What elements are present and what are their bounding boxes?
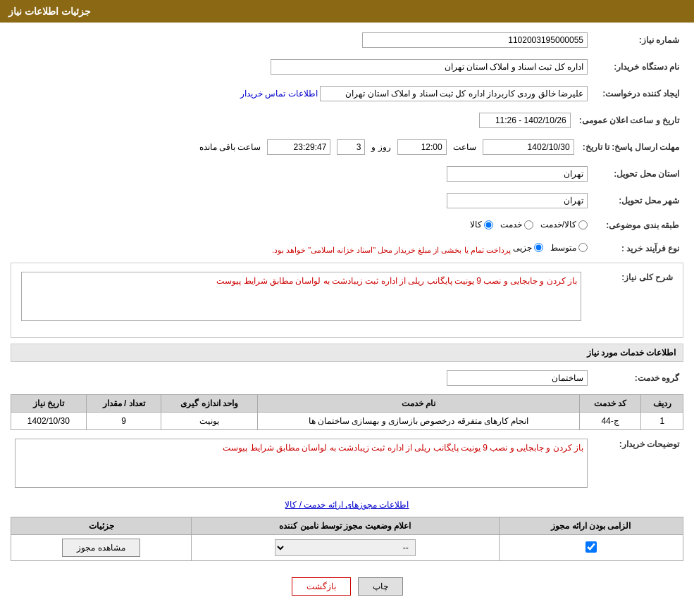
process-label: نوع فرآیند خرید : (592, 240, 683, 258)
city-label: شهر محل تحویل: (592, 190, 683, 211)
cell-service-name: انجام کارهای متفرقه درخصوص بازسازی و بهس… (258, 413, 580, 430)
process-motavasset-item: متوسط (550, 243, 588, 253)
process-motavasset-radio[interactable] (578, 243, 588, 252)
creator-label: ایجاد کننده درخواست: (592, 83, 683, 104)
service-group-row: گروه خدمت: (11, 367, 683, 389)
col-license-required: الزامی بودن ارائه مجوز (499, 517, 683, 535)
licenses-section-header: اطلاعات مجوزهای ارائه خدمت / کالا (11, 500, 683, 510)
process-jozvi-radio[interactable] (534, 243, 543, 252)
process-jozvi-label: جزیی (513, 243, 532, 253)
buyer-org-label: نام دستگاه خریدار: (592, 56, 683, 77)
category-label: طبقه بندی موضوعی: (592, 217, 683, 234)
buyer-org-row: نام دستگاه خریدار: (11, 56, 683, 77)
col-unit: واحد اندازه گیری (161, 395, 258, 413)
category-khadamat-radio[interactable] (524, 220, 533, 230)
city-row: شهر محل تحویل: (11, 190, 683, 211)
license-status-select[interactable]: -- (275, 539, 416, 556)
services-section-label: اطلاعات خدمات مورد نیاز (587, 348, 676, 358)
cell-need-date: 1402/10/30 (11, 413, 87, 430)
need-number-label: شماره نیاز: (592, 30, 683, 51)
category-kala-khadamat-item: کالا/خدمت (540, 220, 588, 230)
view-license-button[interactable]: مشاهده مجوز (62, 539, 140, 557)
response-deadline-label: مهلت ارسال پاسخ: تا تاریخ: (578, 137, 683, 158)
cell-service-code: ج-44 (579, 413, 641, 430)
city-input[interactable] (447, 193, 588, 208)
page-header: جزئیات اطلاعات نیاز (0, 0, 694, 23)
license-details-cell: مشاهده مجوز (11, 535, 192, 561)
table-row: 1 ج-44 انجام کارهای متفرقه درخصوص بازساز… (11, 413, 683, 430)
buyer-desc-textarea[interactable]: باز کردن و جابجایی و نصب 9 یونیت پایگانب… (15, 439, 588, 488)
page-title: جزئیات اطلاعات نیاز (8, 6, 91, 17)
service-group-label: گروه خدمت: (592, 367, 683, 389)
cell-unit: یونیت (161, 413, 258, 430)
col-service-name: نام خدمت (258, 395, 580, 413)
announce-date-row: تاریخ و ساعت اعلان عمومی: (11, 110, 683, 131)
services-table: ردیف کد خدمت نام خدمت واحد اندازه گیری ت… (11, 394, 683, 430)
col-row-num: ردیف (641, 395, 683, 413)
need-number-row: شماره نیاز: (11, 30, 683, 51)
province-input[interactable] (447, 166, 588, 182)
response-days-label: روز و (371, 142, 390, 152)
main-content: شماره نیاز: نام دستگاه خریدار: ایجاد کنن… (0, 23, 694, 613)
footer-buttons: چاپ بازگشت (11, 567, 683, 606)
category-kala-khadamat-label: کالا/خدمت (540, 220, 576, 230)
category-khadamat-label: خدمت (500, 220, 522, 230)
category-khadamat-item: خدمت (500, 220, 533, 230)
response-date-input[interactable] (483, 139, 574, 155)
category-radio-group: کالا/خدمت خدمت کالا (470, 220, 588, 230)
province-row: استان محل تحویل: (11, 163, 683, 184)
contact-link[interactable]: اطلاعات تماس خریدار (240, 89, 318, 99)
category-row: طبقه بندی موضوعی: کالا/خدمت خدمت (11, 217, 683, 234)
category-kala-label: کالا (470, 220, 482, 230)
back-button[interactable]: بازگشت (292, 577, 351, 596)
response-days-input[interactable] (337, 139, 365, 155)
need-desc-textarea[interactable]: باز کردن و جابجایی و نصب 9 یونیت پایگانب… (21, 272, 581, 321)
response-remaining-label: ساعت باقی مانده (199, 142, 261, 152)
page-wrapper: جزئیات اطلاعات نیاز شماره نیاز: نام دستگ… (0, 0, 694, 616)
category-kala-radio[interactable] (484, 220, 493, 230)
cell-quantity: 9 (86, 413, 161, 430)
buyer-org-input[interactable] (271, 59, 588, 75)
license-required-checkbox[interactable] (585, 541, 597, 553)
process-radio-group: متوسط جزیی (513, 243, 588, 253)
cell-row-num: 1 (641, 413, 683, 430)
col-license-status: اعلام وضعیت مجوز توسط نامین کننده (192, 517, 499, 535)
licenses-table: الزامی بودن ارائه مجوز اعلام وضعیت مجوز … (11, 517, 683, 561)
need-number-input[interactable] (362, 32, 588, 48)
creator-input[interactable] (320, 86, 588, 101)
col-license-details: جزئیات (11, 517, 192, 535)
need-desc-table: شرح کلی نیاز: باز کردن و جابجایی و نصب 9… (17, 269, 677, 326)
category-kala-item: کالا (470, 220, 493, 230)
response-deadline-row: مهلت ارسال پاسخ: تا تاریخ: ساعت روز و سا… (11, 137, 683, 158)
licenses-section-link[interactable]: اطلاعات مجوزهای ارائه خدمت / کالا (285, 500, 409, 510)
col-need-date: تاریخ نیاز (11, 395, 87, 413)
print-button[interactable]: چاپ (358, 577, 403, 596)
creator-row: ایجاد کننده درخواست: اطلاعات تماس خریدار (11, 83, 683, 104)
col-quantity: تعداد / مقدار (86, 395, 161, 413)
license-row: -- مشاهده مجوز (11, 535, 683, 561)
license-required-cell (499, 535, 683, 561)
category-kala-khadamat-radio[interactable] (578, 220, 588, 230)
process-note: پرداخت تمام یا بخشی از مبلغ خریدار محل "… (272, 245, 511, 253)
services-section-header: اطلاعات خدمات مورد نیاز (11, 344, 683, 362)
col-service-code: کد خدمت (579, 395, 641, 413)
announce-date-input[interactable] (479, 113, 571, 128)
license-status-cell: -- (192, 535, 499, 561)
need-desc-section: شرح کلی نیاز: باز کردن و جابجایی و نصب 9… (11, 263, 683, 338)
need-desc-label: شرح کلی نیاز: (585, 269, 677, 326)
response-time-input[interactable] (397, 139, 447, 155)
response-remaining-input[interactable] (267, 139, 330, 155)
process-jozvi-item: جزیی (513, 243, 543, 253)
announce-date-label: تاریخ و ساعت اعلان عمومی: (575, 110, 683, 131)
process-row: نوع فرآیند خرید : متوسط جزیی پرداخت تمام… (11, 240, 683, 258)
response-time-label: ساعت (453, 142, 476, 152)
buyer-desc-table: توضیحات خریدار: باز کردن و جابجایی و نصب… (11, 436, 683, 493)
buyer-desc-label: توضیحات خریدار: (592, 436, 683, 493)
process-motavasset-label: متوسط (550, 243, 576, 253)
service-group-input[interactable] (447, 370, 588, 386)
province-label: استان محل تحویل: (592, 163, 683, 184)
